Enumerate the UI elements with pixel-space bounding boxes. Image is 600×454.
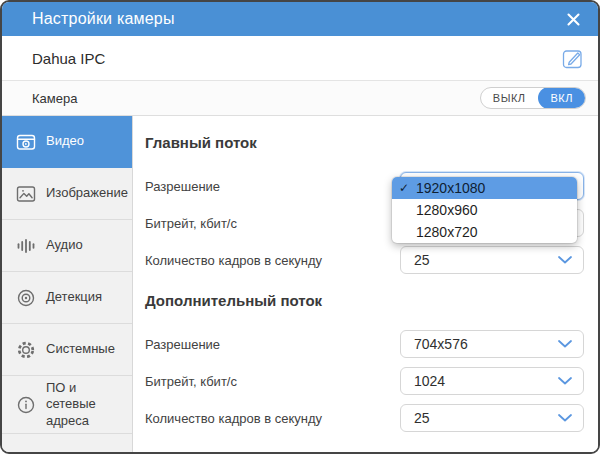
- select-value: 25: [414, 410, 430, 426]
- field-label: Количество кадров в секунду: [145, 411, 322, 426]
- gear-icon: [14, 338, 37, 361]
- dropdown-option-1280x720[interactable]: ✓ 1280x720: [392, 221, 577, 243]
- page-title: Настройки камеры: [32, 10, 564, 28]
- row-sub-resolution: Разрешение 704x576: [145, 330, 584, 358]
- device-name: Dahua IPC: [32, 50, 560, 67]
- section-heading-main-stream: Главный поток: [145, 134, 584, 151]
- sidebar-item-label: Системные: [46, 341, 115, 357]
- sidebar: Видео Изображение: [2, 116, 133, 452]
- sidebar-item-label: Изображение: [46, 185, 128, 201]
- sidebar-item-label: Детекция: [46, 289, 102, 305]
- dropdown-option-label: 1280x720: [416, 224, 478, 240]
- resolution-dropdown: ✓ 1920x1080 ✓ 1280x960 ✓ 1280x720: [392, 177, 577, 243]
- chevron-down-icon: [558, 256, 572, 264]
- field-label: Разрешение: [145, 337, 220, 352]
- field-label: Количество кадров в секунду: [145, 253, 322, 268]
- sidebar-item-label: Видео: [46, 133, 84, 149]
- edit-icon[interactable]: [560, 46, 585, 71]
- field-label: Битрейт, кбит/с: [145, 216, 237, 231]
- dropdown-option-1280x960[interactable]: ✓ 1280x960: [392, 199, 577, 221]
- sidebar-item-system[interactable]: Системные: [2, 324, 132, 376]
- sidebar-item-video[interactable]: Видео: [2, 116, 132, 168]
- sub-bitrate-select[interactable]: 1024: [400, 367, 584, 395]
- audio-icon: [14, 234, 37, 257]
- camera-settings-dialog: Настройки камеры Dahua IPC Камера ВЫКЛ В…: [0, 0, 600, 454]
- sidebar-item-label: Аудио: [46, 237, 83, 253]
- video-icon: [14, 130, 37, 153]
- chevron-down-icon: [558, 340, 572, 348]
- sidebar-item-label: ПО и сетевые адреса: [46, 380, 126, 429]
- chevron-down-icon: [558, 377, 572, 385]
- field-label: Битрейт, кбит/с: [145, 374, 237, 389]
- field-label: Разрешение: [145, 179, 220, 194]
- row-sub-framerate: Количество кадров в секунду 25: [145, 404, 584, 432]
- detection-icon: [14, 286, 37, 309]
- settings-panel: Главный поток Разрешение ✓ 1920x1080: [133, 116, 598, 452]
- sidebar-item-detection[interactable]: Детекция: [2, 272, 132, 324]
- dropdown-option-label: 1920x1080: [416, 180, 485, 196]
- row-sub-bitrate: Битрейт, кбит/с 1024: [145, 367, 584, 395]
- sidebar-item-software-network[interactable]: ПО и сетевые адреса: [2, 376, 132, 434]
- camera-toggle: ВЫКЛ ВКЛ: [480, 87, 586, 109]
- sub-framerate-select[interactable]: 25: [400, 404, 584, 432]
- camera-label: Камера: [32, 91, 480, 106]
- toggle-on-button[interactable]: ВКЛ: [538, 87, 586, 109]
- info-icon: [14, 393, 37, 416]
- sidebar-item-audio[interactable]: Аудио: [2, 220, 132, 272]
- select-value: 25: [414, 252, 430, 268]
- row-main-framerate: Количество кадров в секунду 25: [145, 246, 584, 274]
- sidebar-item-image[interactable]: Изображение: [2, 168, 132, 220]
- titlebar: Настройки камеры: [2, 2, 598, 36]
- dropdown-option-label: 1280x960: [416, 202, 478, 218]
- section-heading-sub-stream: Дополнительный поток: [145, 292, 584, 309]
- camera-row: Камера ВЫКЛ ВКЛ: [2, 81, 598, 116]
- checkmark-icon: ✓: [399, 181, 409, 195]
- sub-resolution-select[interactable]: 704x576: [400, 330, 584, 358]
- select-value: 704x576: [414, 336, 468, 352]
- row-main-resolution: Разрешение ✓ 1920x1080 ✓ 1280x960: [145, 172, 584, 200]
- image-icon: [14, 182, 37, 205]
- chevron-down-icon: [558, 414, 572, 422]
- close-icon[interactable]: [564, 10, 582, 28]
- main-framerate-select[interactable]: 25: [400, 246, 584, 274]
- device-row: Dahua IPC: [2, 36, 598, 81]
- select-value: 1024: [414, 373, 445, 389]
- dropdown-option-1920x1080[interactable]: ✓ 1920x1080: [392, 177, 577, 199]
- toggle-off-button[interactable]: ВЫКЛ: [481, 88, 538, 108]
